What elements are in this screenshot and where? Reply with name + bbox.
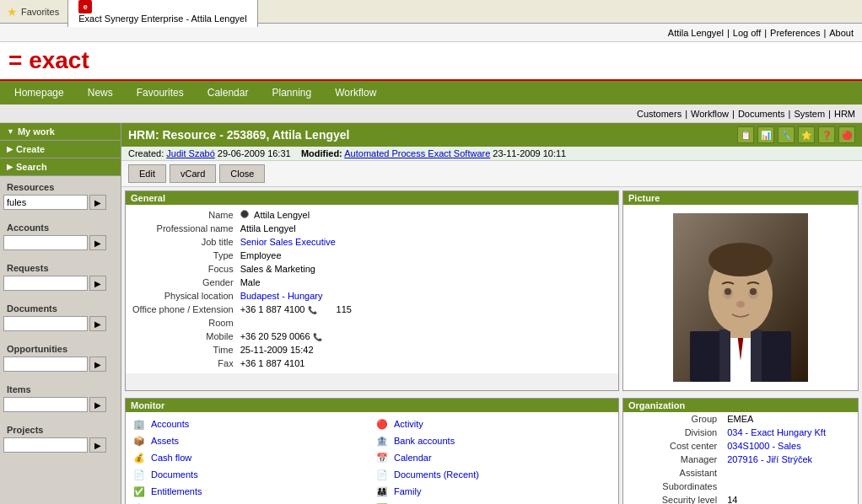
- documents-input[interactable]: [3, 316, 88, 331]
- opportunities-input[interactable]: [3, 357, 88, 372]
- header-icon-6[interactable]: 🔴: [838, 126, 855, 143]
- sidebar-mywork-label: My work: [18, 126, 55, 137]
- job-title-link[interactable]: Senior Sales Executive: [240, 237, 336, 247]
- accounts-search-btn[interactable]: ▶: [89, 235, 106, 250]
- cost-center-value: 034S1000 - Sales: [722, 439, 858, 453]
- browser-tab[interactable]: e Exact Synergy Enterprise - Attila Leng…: [67, 0, 257, 27]
- cost-center-link[interactable]: 034S1000 - Sales: [727, 441, 800, 451]
- location-value: Budapest - Hungary: [237, 289, 615, 303]
- monitor-right-col: 🔴 Activity 🏦 Bank accounts 📅 Calendar: [372, 416, 615, 504]
- monitor-accounts[interactable]: 🏢 Accounts: [129, 416, 372, 432]
- monitor-assets[interactable]: 📦 Assets: [129, 432, 372, 449]
- sidebar-search-label: Search: [16, 162, 47, 172]
- resources-search-btn[interactable]: ▶: [89, 195, 106, 210]
- page-title: HRM: Resource - 253869, Attila Lengyel: [128, 128, 349, 142]
- bank-icon: 🏦: [375, 434, 389, 448]
- svg-point-9: [725, 288, 731, 295]
- items-label: Items: [3, 382, 117, 397]
- monitor-bank[interactable]: 🏦 Bank accounts: [372, 432, 615, 449]
- monitor-activity[interactable]: 🔴 Activity: [372, 416, 615, 432]
- documents-search-btn[interactable]: ▶: [89, 316, 106, 331]
- sec-nav-system[interactable]: System: [794, 109, 825, 119]
- header-icon-3[interactable]: 🔧: [778, 126, 795, 143]
- header-icon-4[interactable]: ⭐: [798, 126, 815, 143]
- monitor-family[interactable]: 👨‍👩‍👧 Family: [372, 483, 615, 500]
- subordinates-label: Subordinates: [623, 480, 722, 493]
- requests-search-btn[interactable]: ▶: [89, 276, 106, 291]
- favorites-button[interactable]: ★ Favorites: [7, 5, 59, 19]
- opportunities-search-btn[interactable]: ▶: [89, 357, 106, 372]
- phone-icon[interactable]: 📞: [308, 306, 317, 314]
- nav-favourites[interactable]: Favourites: [126, 81, 195, 105]
- about-link[interactable]: About: [829, 28, 854, 38]
- division-label: Division: [623, 426, 722, 439]
- nav-planning[interactable]: Planning: [261, 81, 322, 105]
- accounts-input[interactable]: [3, 235, 88, 250]
- table-row: Job title Senior Sales Executive: [129, 235, 615, 249]
- table-row: Manager 207916 - Jiří Strýček: [623, 453, 858, 466]
- sec-nav-hrm[interactable]: HRM: [834, 109, 855, 119]
- nav-workflow[interactable]: Workflow: [324, 81, 387, 105]
- monitor-calendar[interactable]: 📅 Calendar: [372, 449, 615, 466]
- job-title-label: Job title: [129, 235, 237, 249]
- person-photo: [673, 213, 808, 382]
- svg-point-6: [708, 243, 773, 276]
- nav-homepage[interactable]: Homepage: [3, 81, 75, 105]
- modified-date: 23-11-2009 10:11: [493, 148, 566, 158]
- sidebar-mywork-header[interactable]: ▼ My work: [0, 123, 121, 140]
- sidebar-resources: Resources ▶: [0, 176, 121, 217]
- documents-icon: 📄: [132, 468, 146, 481]
- monitor-planning[interactable]: ✅ Planning: [372, 500, 615, 504]
- nav-news[interactable]: News: [77, 81, 124, 105]
- office-phone-label: Office phone / Extension: [129, 303, 237, 316]
- header-icon-5[interactable]: ❓: [818, 126, 835, 143]
- resources-input-row: ▶: [3, 195, 117, 210]
- monitor-docs-recent[interactable]: 📄 Documents (Recent): [372, 466, 615, 483]
- monitor-cashflow[interactable]: 💰 Cash flow: [129, 449, 372, 466]
- header-icon-2[interactable]: 📊: [757, 126, 774, 143]
- sidebar-search-header[interactable]: ▶ Search: [0, 158, 121, 175]
- location-link[interactable]: Budapest - Hungary: [240, 291, 323, 301]
- sidebar-create-section: ▶ Create: [0, 141, 121, 158]
- monitor-entitlements[interactable]: ✅ Entitlements: [129, 483, 372, 500]
- favorites-label: Favorites: [21, 7, 59, 17]
- entitlements-icon: ✅: [132, 485, 146, 498]
- secondary-nav: Customers | Workflow | Documents | Syste…: [0, 105, 862, 123]
- resources-input[interactable]: [3, 195, 88, 210]
- edit-button[interactable]: Edit: [128, 164, 166, 183]
- header-icon-1[interactable]: 📋: [737, 126, 754, 143]
- sidebar-items: Items ▶: [0, 378, 121, 419]
- projects-input[interactable]: [3, 437, 88, 453]
- monitor-documents[interactable]: 📄 Documents: [129, 466, 372, 483]
- accounts-input-row: ▶: [3, 235, 117, 250]
- manager-link[interactable]: 207916 - Jiří Strýček: [727, 454, 812, 464]
- table-row: Focus Sales & Marketing: [129, 262, 615, 276]
- preferences-link[interactable]: Preferences: [770, 28, 820, 38]
- created-by-link[interactable]: Judit Szabó: [166, 148, 214, 158]
- mobile-phone-icon[interactable]: 📞: [313, 333, 322, 341]
- items-search-btn[interactable]: ▶: [89, 397, 106, 412]
- items-input[interactable]: [3, 397, 88, 412]
- mywork-arrow-icon: ▼: [7, 127, 14, 136]
- projects-search-btn[interactable]: ▶: [89, 437, 106, 453]
- sec-nav-workflow[interactable]: Workflow: [691, 109, 729, 119]
- table-row: Assistant: [623, 466, 858, 480]
- logoff-link[interactable]: Log off: [733, 28, 761, 38]
- group-value: EMEA: [722, 412, 858, 426]
- requests-input-row: ▶: [3, 276, 117, 291]
- sec-nav-documents[interactable]: Documents: [738, 109, 785, 119]
- manager-value: 207916 - Jiří Strýček: [722, 453, 858, 466]
- table-row: Office phone / Extension +36 1 887 4100 …: [129, 303, 615, 316]
- vcard-button[interactable]: vCard: [170, 164, 216, 183]
- close-button[interactable]: Close: [219, 164, 265, 183]
- nav-calendar[interactable]: Calendar: [197, 81, 260, 105]
- subordinates-value: [722, 480, 858, 493]
- requests-input[interactable]: [3, 276, 88, 291]
- sec-nav-customers[interactable]: Customers: [637, 109, 682, 119]
- modified-by-link[interactable]: Automated Process Exact Software: [344, 148, 490, 158]
- security-value: 14: [722, 493, 858, 504]
- sidebar-create-header[interactable]: ▶ Create: [0, 141, 121, 158]
- monitor-items[interactable]: 📋 Items: [129, 500, 372, 504]
- division-link[interactable]: 034 - Exact Hungary Kft: [727, 427, 826, 437]
- table-row: Room: [129, 316, 615, 330]
